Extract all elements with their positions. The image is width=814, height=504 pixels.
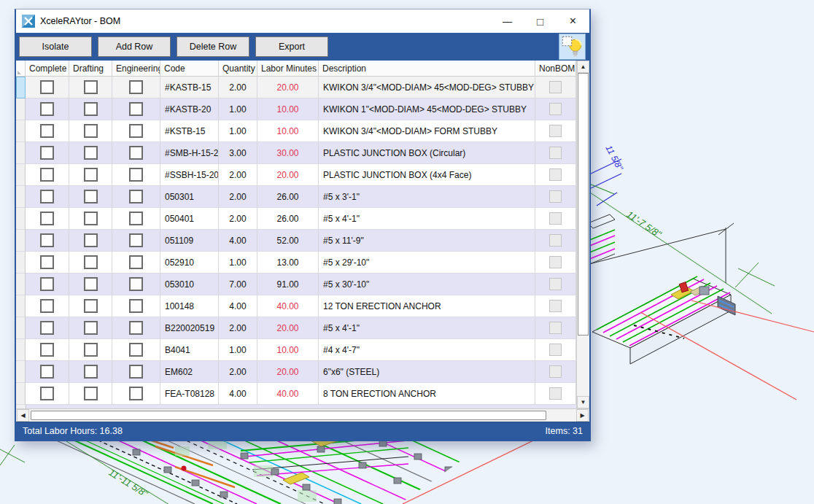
column-header-description[interactable]: Description <box>319 61 535 77</box>
complete-checkbox[interactable] <box>40 190 54 203</box>
description-cell[interactable]: KWIKON 3/4"<MOD-DIAM> FORM STUBBY <box>319 120 535 142</box>
code-cell[interactable]: 100148 <box>160 295 219 317</box>
drafting-checkbox[interactable] <box>84 124 98 138</box>
quantity-cell[interactable]: 2.00 <box>219 164 257 186</box>
table-row[interactable]: EM6022.0020.006"x6" (STEEL) <box>16 361 576 383</box>
column-header-code[interactable]: Code <box>160 61 219 77</box>
description-cell[interactable]: 12 TON ERECTION ANCHOR <box>319 295 535 317</box>
complete-checkbox[interactable] <box>40 365 54 379</box>
description-cell[interactable]: #5 x 4'-1" <box>319 208 535 230</box>
drafting-checkbox[interactable] <box>84 365 98 379</box>
code-cell[interactable]: #SSBH-15-20 <box>160 164 219 186</box>
row-header[interactable] <box>16 295 26 317</box>
description-cell[interactable]: KWIKON 3/4"<MOD-DIAM> 45<MOD-DEG> STUBBY <box>319 77 535 98</box>
complete-checkbox[interactable] <box>40 168 54 182</box>
engineering-checkbox[interactable] <box>129 365 143 379</box>
title-bar[interactable]: XceleRAYtor - BOM — □ × <box>16 9 589 33</box>
row-header[interactable] <box>16 208 26 230</box>
code-cell[interactable]: 053010 <box>160 274 219 295</box>
table-row[interactable]: 0511094.0052.00#5 x 11'-9" <box>16 230 576 252</box>
code-cell[interactable]: #KASTB-15 <box>160 77 219 98</box>
table-row[interactable]: 1001484.0040.0012 TON ERECTION ANCHOR <box>16 295 576 317</box>
grid-corner-cell[interactable] <box>16 61 26 77</box>
engineering-checkbox[interactable] <box>129 277 143 291</box>
minimize-button[interactable]: — <box>491 9 524 33</box>
labor-minutes-cell[interactable]: 26.00 <box>257 186 319 208</box>
code-cell[interactable]: FEA-T08128 <box>160 383 219 405</box>
description-cell[interactable]: #5 x 4'-1" <box>319 317 535 339</box>
complete-checkbox[interactable] <box>40 321 54 335</box>
labor-minutes-cell[interactable]: 40.00 <box>257 383 319 405</box>
table-row[interactable]: #SMB-H-15-203.0030.00PLASTIC JUNCTION BO… <box>16 142 576 164</box>
table-row[interactable]: B2200205192.0020.00#5 x 4'-1" <box>16 317 576 339</box>
column-header-engineering[interactable]: Engineering <box>112 61 160 77</box>
drafting-checkbox[interactable] <box>84 343 98 357</box>
labor-minutes-cell[interactable]: 52.00 <box>257 230 319 252</box>
column-header-nonbom[interactable]: NonBOM <box>535 61 576 77</box>
labor-minutes-cell[interactable]: 26.00 <box>257 208 319 230</box>
quantity-cell[interactable]: 2.00 <box>219 317 257 339</box>
complete-checkbox[interactable] <box>40 212 54 225</box>
drafting-checkbox[interactable] <box>84 146 98 160</box>
description-cell[interactable]: #4 x 4'-7" <box>319 339 535 361</box>
engineering-checkbox[interactable] <box>129 299 143 313</box>
table-row[interactable]: 0503012.0026.00#5 x 3'-1" <box>16 186 576 208</box>
table-row[interactable]: 0529101.0013.00#5 x 29'-10" <box>16 252 576 274</box>
column-header-quantity[interactable]: Quantity <box>219 61 257 77</box>
code-cell[interactable]: #SMB-H-15-20 <box>160 142 219 164</box>
table-row[interactable]: #KSTB-151.0010.00KWIKON 3/4"<MOD-DIAM> F… <box>16 120 576 142</box>
column-header-drafting[interactable]: Drafting <box>69 61 112 77</box>
quantity-cell[interactable]: 2.00 <box>219 208 257 230</box>
engineering-checkbox[interactable] <box>129 168 143 182</box>
row-header[interactable] <box>16 274 26 295</box>
code-cell[interactable]: B220020519 <box>160 317 219 339</box>
drafting-checkbox[interactable] <box>84 168 98 182</box>
complete-checkbox[interactable] <box>40 124 54 138</box>
code-cell[interactable]: #KSTB-15 <box>160 120 219 142</box>
table-row[interactable]: #KASTB-201.0010.00KWIKON 1"<MOD-DIAM> 45… <box>16 98 576 120</box>
quantity-cell[interactable]: 2.00 <box>219 186 257 208</box>
complete-checkbox[interactable] <box>40 146 54 160</box>
description-cell[interactable]: #5 x 3'-1" <box>319 186 535 208</box>
labor-minutes-cell[interactable]: 20.00 <box>257 164 319 186</box>
labor-minutes-cell[interactable]: 13.00 <box>257 252 319 274</box>
code-cell[interactable]: 051109 <box>160 230 219 252</box>
engineering-checkbox[interactable] <box>129 102 143 116</box>
labor-minutes-cell[interactable]: 91.00 <box>257 274 319 295</box>
labor-minutes-cell[interactable]: 10.00 <box>257 98 319 120</box>
vertical-scroll-thumb[interactable] <box>578 73 589 336</box>
complete-checkbox[interactable] <box>40 277 54 291</box>
row-header[interactable] <box>16 164 26 186</box>
row-header[interactable] <box>16 77 26 98</box>
engineering-checkbox[interactable] <box>129 80 143 94</box>
row-header[interactable] <box>16 98 26 120</box>
column-header-complete[interactable]: Complete <box>26 61 69 77</box>
drafting-checkbox[interactable] <box>84 80 98 94</box>
complete-checkbox[interactable] <box>40 102 54 116</box>
quantity-cell[interactable]: 3.00 <box>219 142 257 164</box>
complete-checkbox[interactable] <box>40 299 54 313</box>
scroll-left-button[interactable]: ◀ <box>17 409 29 422</box>
row-header[interactable] <box>16 383 26 405</box>
code-cell[interactable]: 050401 <box>160 208 219 230</box>
quantity-cell[interactable]: 1.00 <box>219 120 257 142</box>
code-cell[interactable]: B4041 <box>160 339 219 361</box>
code-cell[interactable]: #KASTB-20 <box>160 98 219 120</box>
quantity-cell[interactable]: 2.00 <box>219 361 257 383</box>
quantity-cell[interactable]: 1.00 <box>219 252 257 274</box>
quantity-cell[interactable]: 1.00 <box>219 339 257 361</box>
description-cell[interactable]: KWIKON 1"<MOD-DIAM> 45<MOD-DEG> STUBBY <box>319 98 535 120</box>
engineering-checkbox[interactable] <box>129 190 143 203</box>
description-cell[interactable]: PLASTIC JUNCTION BOX (4x4 Face) <box>319 164 535 186</box>
quantity-cell[interactable]: 7.00 <box>219 274 257 295</box>
quantity-cell[interactable]: 4.00 <box>219 383 257 405</box>
column-header-labor-minutes[interactable]: Labor Minutes <box>257 61 319 77</box>
row-header[interactable] <box>16 361 26 383</box>
quantity-cell[interactable]: 4.00 <box>219 295 257 317</box>
scroll-down-button[interactable]: ▼ <box>577 396 589 408</box>
horizontal-scroll-thumb[interactable] <box>31 411 546 420</box>
code-cell[interactable]: 052910 <box>160 252 219 274</box>
engineering-checkbox[interactable] <box>129 343 143 357</box>
drafting-checkbox[interactable] <box>84 255 98 269</box>
quantity-cell[interactable]: 2.00 <box>219 77 257 98</box>
